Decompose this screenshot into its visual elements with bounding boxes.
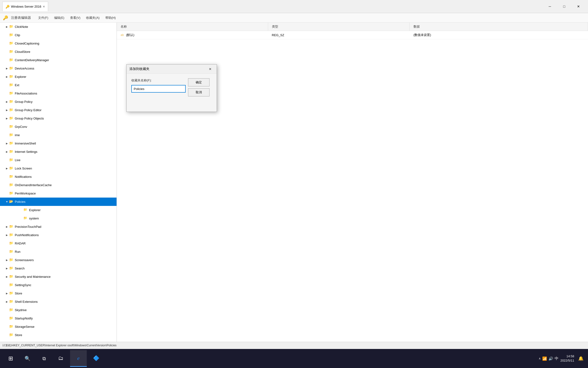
tray-time: 14:58 2022/5/11 xyxy=(560,354,574,363)
ok-button[interactable]: 确定 xyxy=(188,78,210,86)
network-icon[interactable]: 📶 xyxy=(542,356,547,361)
add-favorites-dialog: 添加到收藏夹 ✕ 收藏夹名称(F): 确定 取消 xyxy=(126,64,217,112)
dialog-title-bar: 添加到收藏夹 ✕ xyxy=(126,64,217,74)
clock-time: 14:58 xyxy=(560,354,574,359)
task-view-button[interactable]: ⧉ xyxy=(36,350,52,367)
tray-icons: ∧ 📶 🔊 中 xyxy=(539,356,559,361)
vscode-icon: 🔷 xyxy=(93,355,99,361)
taskbar-app-ie[interactable]: e xyxy=(70,350,87,367)
taskbar-tray: ∧ 📶 🔊 中 14:58 2022/5/11 🔔 xyxy=(539,350,586,367)
notification-center-button[interactable]: 🔔 xyxy=(576,350,586,367)
taskbar: ⊞ 🔍 ⧉ 🗂 e 🔷 ∧ 📶 🔊 中 14:58 2022/5/11 🔔 xyxy=(0,349,588,368)
start-button[interactable]: ⊞ xyxy=(2,350,19,367)
taskbar-app-explorer[interactable]: 🗂 xyxy=(52,350,69,367)
dialog-overlay: 添加到收藏夹 ✕ 收藏夹名称(F): 确定 取消 xyxy=(0,0,588,368)
clock-date: 2022/5/11 xyxy=(560,359,574,363)
dialog-body: 收藏夹名称(F): 确定 取消 xyxy=(126,74,217,112)
task-view-icon: ⧉ xyxy=(42,356,46,361)
taskbar-app-vscode[interactable]: 🔷 xyxy=(88,350,104,367)
dialog-input-wrapper xyxy=(131,85,186,92)
dialog-field-label: 收藏夹名称(F): xyxy=(131,78,186,83)
volume-icon[interactable]: 🔊 xyxy=(549,356,553,361)
cancel-button[interactable]: 取消 xyxy=(188,88,210,96)
favorites-name-input[interactable] xyxy=(131,85,186,92)
dialog-buttons: 确定 取消 xyxy=(188,78,212,96)
start-icon: ⊞ xyxy=(8,355,13,362)
dialog-close-button[interactable]: ✕ xyxy=(207,66,214,72)
notify-icon: 🔔 xyxy=(578,356,583,361)
ime-indicator[interactable]: 中 xyxy=(555,356,559,361)
taskbar-apps: 🗂 e 🔷 xyxy=(52,350,104,367)
dialog-layout: 收藏夹名称(F): 确定 取消 xyxy=(131,78,212,107)
search-icon: 🔍 xyxy=(25,356,30,361)
dialog-title: 添加到收藏夹 xyxy=(129,67,207,71)
explorer-icon: 🗂 xyxy=(58,355,63,361)
tray-expand-icon[interactable]: ∧ xyxy=(539,357,541,360)
taskbar-search-button[interactable]: 🔍 xyxy=(19,350,36,367)
ie-icon: e xyxy=(77,355,80,361)
